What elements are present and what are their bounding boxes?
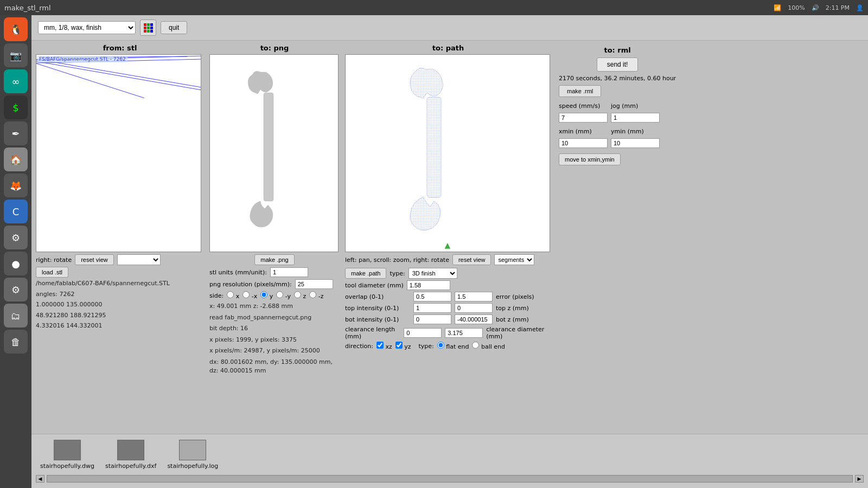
inkscape-icon[interactable]: ✒ [4, 121, 28, 145]
overlap-input[interactable] [413, 292, 451, 301]
files-icon[interactable]: 🏠 [4, 147, 28, 171]
send-it-button[interactable]: send it! [597, 57, 639, 72]
bot-z-label: bot z (mm) [496, 316, 529, 323]
stl-angles: angles: 7262 [36, 290, 204, 299]
make-rml-button[interactable]: make .rml [559, 85, 601, 97]
preset-select[interactable]: mm, 1/8, wax, finishmm, 1/8, wax, roughi… [38, 21, 136, 34]
stl-file-overlay: FS/BAFG/spannernegcut.STL - 7262 [37, 56, 127, 62]
chromium-icon[interactable]: C [4, 200, 28, 223]
overlap2-input[interactable] [455, 292, 493, 301]
make-png-button[interactable]: make .png [254, 254, 294, 265]
top-z-input[interactable] [455, 303, 493, 313]
png-panel-label: to: png [209, 44, 340, 52]
yz-dir-label[interactable]: yz [395, 342, 411, 350]
volume-icon: 🔊 [812, 4, 819, 11]
settings2-icon[interactable]: ⚙ [4, 278, 28, 301]
direction-label: direction: [345, 343, 373, 350]
path-panel-label: to: path [345, 44, 551, 52]
flat-end-label[interactable]: flat end [437, 342, 469, 350]
side-ny-radio[interactable] [276, 291, 283, 298]
svg-rect-7 [147, 30, 150, 33]
scroll-right-button[interactable]: ▶ [855, 475, 864, 483]
file-name: stairhopefully.log [167, 463, 218, 470]
load-stl-button[interactable]: load .stl [36, 267, 68, 278]
xmin-label: xmin (mm) [559, 128, 608, 135]
stl-rotate-hint: right: rotate [36, 256, 72, 264]
ubuntu-icon[interactable]: 🐧 [4, 17, 28, 41]
speed-input[interactable] [559, 113, 608, 123]
xz-dir-label[interactable]: xz [376, 342, 392, 350]
segments-select[interactable]: segmentslines [494, 254, 534, 265]
file-thumb [117, 440, 144, 460]
side-nz-radio[interactable] [309, 291, 316, 298]
scroll-left-button[interactable]: ◀ [36, 475, 44, 483]
path-panel: to: path [345, 44, 551, 431]
ymin-input[interactable] [611, 138, 660, 148]
xmin-input[interactable] [559, 138, 608, 148]
xz-checkbox[interactable] [376, 342, 384, 349]
side-z-radio[interactable] [294, 291, 301, 298]
path-reset-view-button[interactable]: reset view [452, 254, 492, 265]
trash-icon[interactable]: 🗑 [4, 330, 28, 354]
ball-end-label[interactable]: ball end [472, 342, 505, 350]
side-nz-label[interactable]: -z [309, 291, 323, 300]
file-items: stairhopefully.dwg stairhopefully.dxf st… [36, 438, 864, 472]
side-x-radio[interactable] [227, 291, 234, 298]
side-nx-radio[interactable] [242, 291, 250, 298]
stl-bounds2: 48.921280 188.921295 [36, 311, 204, 320]
ball-end-radio[interactable] [472, 342, 479, 349]
stl-reset-view-button[interactable]: reset view [75, 254, 114, 265]
list-item[interactable]: stairhopefully.dxf [105, 440, 156, 470]
top-intensity-label: top intensity (0-1) [345, 305, 410, 312]
side-z-label[interactable]: z [294, 291, 306, 300]
bit-depth: bit depth: 16 [209, 324, 340, 333]
files2-icon[interactable]: 🗂 [4, 304, 28, 328]
read-text: read fab_mod_spannernegcut.png [209, 313, 340, 323]
scroll-track[interactable] [47, 475, 853, 483]
svg-rect-6 [144, 30, 146, 33]
make-path-button[interactable]: make .path [345, 268, 386, 279]
file-name: stairhopefully.dxf [105, 463, 156, 470]
stl-canvas: FS/BAFG/spannernegcut.STL - 7262 [36, 54, 201, 252]
jog-input[interactable] [611, 113, 660, 123]
quit-button[interactable]: quit [161, 21, 187, 34]
grid-icon-button[interactable] [140, 20, 156, 36]
camera-icon[interactable]: 📷 [4, 43, 28, 67]
stl-view-select[interactable] [117, 254, 161, 265]
terminal-icon[interactable]: $ [4, 95, 28, 119]
bot-z-input[interactable] [455, 314, 493, 324]
png-resolution-input[interactable] [295, 279, 333, 289]
bot-intensity-input[interactable] [413, 314, 451, 324]
side-nx-label[interactable]: -x [242, 291, 257, 300]
flat-end-radio[interactable] [437, 342, 444, 349]
clearance-length-input[interactable] [404, 328, 442, 338]
file-browser: stairhopefully.dwg stairhopefully.dxf st… [31, 434, 868, 488]
png-resolution-row: png resolution (pixels/mm): [209, 279, 340, 289]
stl-panel-label: from: stl [36, 44, 204, 52]
file-name: stairhopefully.dwg [40, 463, 94, 470]
svg-rect-4 [147, 27, 150, 29]
settings-icon[interactable]: ⚙ [4, 226, 28, 249]
rml-panel-label: to: rml [559, 46, 676, 54]
stl-units-input[interactable] [270, 267, 308, 277]
list-item[interactable]: stairhopefully.dwg [40, 440, 94, 470]
clearance-diameter-input[interactable] [445, 328, 483, 338]
list-item[interactable]: stairhopefully.log [167, 440, 218, 470]
yz-checkbox[interactable] [395, 342, 403, 349]
type-select[interactable]: 3D finish 3D rough 2D [409, 268, 457, 279]
move-to-xmin-ymin-button[interactable]: move to xmin,ymin [559, 153, 621, 165]
chrome-icon[interactable]: ● [4, 252, 28, 275]
side-y-label[interactable]: y [260, 291, 273, 300]
type-label: type: [390, 270, 405, 277]
svg-rect-8 [150, 30, 153, 33]
app-title: make_stl_rml [4, 4, 774, 12]
top-intensity-input[interactable] [413, 303, 451, 313]
firefox-icon[interactable]: 🦊 [4, 174, 28, 197]
side-ny-label[interactable]: -y [276, 291, 291, 300]
svg-rect-3 [144, 27, 146, 29]
side-y-radio[interactable] [260, 291, 267, 298]
svg-rect-1 [147, 23, 150, 26]
tool-diameter-input[interactable] [407, 280, 450, 290]
arduino-icon[interactable]: ∞ [4, 69, 28, 93]
side-x-label[interactable]: x [227, 291, 239, 300]
